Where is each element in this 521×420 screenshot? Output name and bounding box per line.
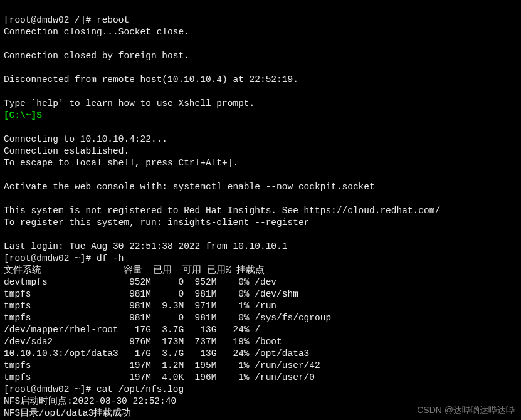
df-row: tmpfs 197M 1.2M 195M 1% /run/user/42 bbox=[4, 360, 320, 370]
df-row: devtmpfs 952M 0 952M 0% /dev bbox=[4, 277, 276, 287]
msg-activate-cockpit: Activate the web console with: systemctl… bbox=[4, 182, 375, 192]
df-row: tmpfs 981M 0 981M 0% /sys/fs/cgroup bbox=[4, 313, 331, 323]
df-row: /dev/mapper/rhel-root 17G 3.7G 13G 24% / bbox=[4, 325, 260, 335]
nfs-log-line-2: NFS目录/opt/data3挂载成功 bbox=[4, 408, 131, 418]
msg-disconnected: Disconnected from remote host(10.10.10.4… bbox=[4, 75, 298, 85]
msg-last-login: Last login: Tue Aug 30 22:51:38 2022 fro… bbox=[4, 241, 287, 251]
prompt-root-slash: [root@dmdw02 /]# bbox=[4, 15, 97, 25]
prompt-root-home-1: [root@dmdw02 ~]# bbox=[4, 253, 97, 263]
msg-help: Type `help' to learn how to use Xshell p… bbox=[4, 98, 255, 108]
df-row: tmpfs 981M 9.3M 971M 1% /run bbox=[4, 301, 276, 311]
df-row: tmpfs 981M 0 981M 0% /dev/shm bbox=[4, 289, 298, 299]
msg-escape: To escape to local shell, press Ctrl+Alt… bbox=[4, 158, 238, 168]
msg-conn-closing: Connection closing...Socket close. bbox=[4, 27, 189, 37]
prompt-root-home-2: [root@dmdw02 ~]# bbox=[4, 384, 97, 394]
msg-insights-2: To register this system, run: insights-c… bbox=[4, 218, 309, 228]
msg-established: Connection established. bbox=[4, 146, 129, 156]
msg-connecting: Connecting to 10.10.10.4:22... bbox=[4, 134, 167, 144]
xshell-prompt: [C:\~]$ bbox=[4, 110, 48, 120]
cmd-reboot: reboot bbox=[97, 15, 129, 25]
df-row: tmpfs 197M 4.0K 196M 1% /run/user/0 bbox=[4, 372, 315, 382]
terminal-window[interactable]: [root@dmdw02 /]# reboot Connection closi… bbox=[0, 0, 521, 420]
cmd-cat-nfslog: cat /opt/nfs.log bbox=[97, 384, 184, 394]
msg-conn-closed: Connection closed by foreign host. bbox=[4, 51, 189, 61]
df-row: /dev/sda2 976M 173M 737M 19% /boot bbox=[4, 337, 282, 347]
msg-insights-1: This system is not registered to Red Hat… bbox=[4, 206, 440, 216]
df-row: 10.10.10.3:/opt/data3 17G 3.7G 13G 24% /… bbox=[4, 349, 309, 359]
cmd-df-h: df -h bbox=[97, 253, 124, 263]
df-header: 文件系统 容量 已用 可用 已用% 挂载点 bbox=[4, 265, 265, 275]
nfs-log-line-1: NFS启动时间点:2022-08-30 22:52:40 bbox=[4, 396, 176, 406]
